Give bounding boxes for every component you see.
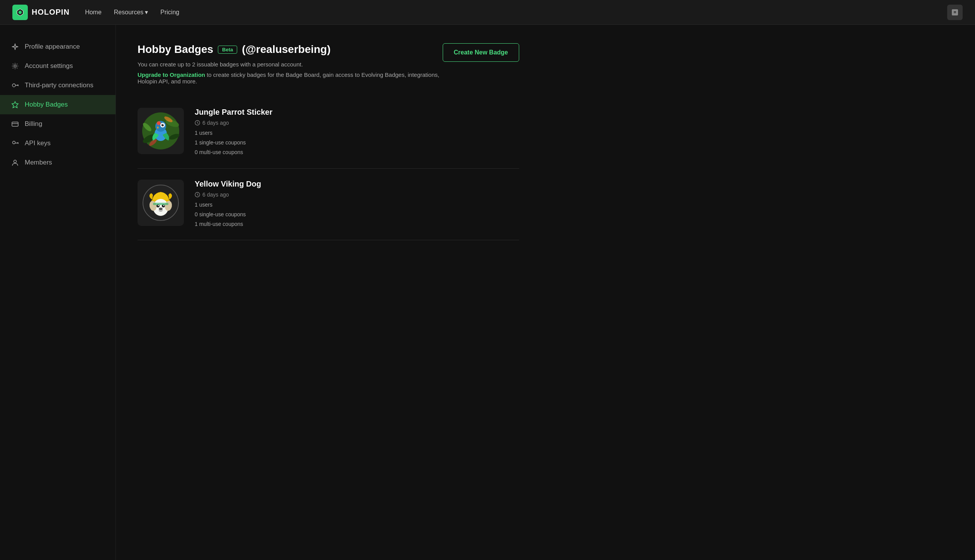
sidebar-item-billing[interactable]: Billing	[0, 114, 116, 134]
gear-icon	[11, 62, 19, 70]
badge-multi-use-parrot: 0 multi-use coupons	[195, 148, 519, 157]
svg-rect-6	[12, 122, 18, 126]
person-icon	[11, 158, 19, 167]
beta-badge: Beta	[218, 46, 237, 54]
sidebar-label-api-keys: API keys	[25, 139, 51, 147]
badge-info-parrot: Jungle Parrot Sticker 6 days ago 1 users…	[195, 108, 519, 158]
badge-users-dog: 1 users	[195, 200, 519, 210]
badge-image-dog-wrapper	[138, 180, 184, 226]
badge-card-jungle-parrot: Jungle Parrot Sticker 6 days ago 1 users…	[138, 97, 519, 169]
badge-single-use-parrot: 1 single-use coupons	[195, 138, 519, 148]
navigation: HOLOPIN Home Resources ▾ Pricing	[0, 0, 975, 25]
sparkle-icon	[11, 42, 19, 51]
sidebar-label-third-party: Third-party connections	[25, 81, 93, 89]
badge-name-parrot: Jungle Parrot Sticker	[195, 108, 519, 117]
page-title-row: Hobby Badges Beta (@realuserbeing)	[138, 43, 443, 56]
badge-single-use-dog: 0 single-use coupons	[195, 210, 519, 219]
sidebar-item-account-settings[interactable]: Account settings	[0, 56, 116, 76]
nav-links: Home Resources ▾ Pricing	[85, 8, 179, 16]
nav-pricing-link[interactable]: Pricing	[160, 9, 179, 15]
badge-meta-dog: 6 days ago	[195, 192, 519, 198]
logo-text: HOLOPIN	[32, 8, 70, 17]
logo-link[interactable]: HOLOPIN	[12, 5, 70, 20]
svg-rect-0	[952, 9, 958, 15]
sidebar-item-members[interactable]: Members	[0, 153, 116, 172]
nav-home-link[interactable]: Home	[85, 9, 102, 15]
badge-icon	[11, 100, 19, 109]
sidebar-label-billing: Billing	[25, 120, 42, 128]
sidebar-item-profile-appearance[interactable]: Profile appearance	[0, 37, 116, 56]
badge-time-parrot: 6 days ago	[202, 120, 229, 126]
dog-badge-image	[141, 183, 180, 222]
nav-avatar[interactable]	[947, 5, 963, 20]
svg-rect-35	[153, 203, 168, 205]
badges-list: Jungle Parrot Sticker 6 days ago 1 users…	[138, 97, 519, 240]
sidebar-label-hobby-badges: Hobby Badges	[25, 101, 68, 109]
page-title: Hobby Badges	[138, 43, 213, 56]
sidebar-item-third-party-connections[interactable]: Third-party connections	[0, 76, 116, 95]
card-icon	[11, 120, 19, 128]
badge-name-dog: Yellow Viking Dog	[195, 180, 519, 188]
badge-stats-dog: 1 users 0 single-use coupons 1 multi-use…	[195, 200, 519, 229]
svg-point-21	[163, 124, 163, 125]
page-header-left: Hobby Badges Beta (@realuserbeing) You c…	[138, 43, 443, 85]
sidebar-label-profile-appearance: Profile appearance	[25, 43, 80, 51]
badge-multi-use-dog: 1 multi-use coupons	[195, 219, 519, 229]
svg-point-20	[161, 124, 164, 126]
key2-icon	[11, 139, 19, 148]
sidebar-item-hobby-badges[interactable]: Hobby Badges	[0, 95, 116, 114]
badge-time-dog: 6 days ago	[202, 192, 229, 198]
badge-card-viking-dog: Yellow Viking Dog 6 days ago 1 users 0 s…	[138, 169, 519, 241]
svg-marker-5	[12, 102, 18, 108]
logo-icon	[12, 5, 28, 20]
parrot-badge-image	[141, 112, 180, 150]
clock-icon-parrot	[195, 120, 200, 126]
svg-point-8	[14, 160, 17, 163]
subtitle-text: You can create up to 2 issuable badges w…	[138, 61, 443, 68]
upgrade-info: Upgrade to Organization to create sticky…	[138, 71, 443, 85]
svg-point-7	[13, 141, 15, 144]
badge-users-parrot: 1 users	[195, 128, 519, 138]
page-header: Hobby Badges Beta (@realuserbeing) You c…	[138, 43, 519, 85]
page-wrapper: Profile appearance Account settings Thir…	[0, 0, 975, 560]
svg-point-4	[12, 84, 15, 87]
username-display: (@realuserbeing)	[242, 43, 331, 56]
sidebar: Profile appearance Account settings Thir…	[0, 25, 116, 560]
clock-icon-dog	[195, 192, 200, 197]
key-icon	[11, 81, 19, 90]
nav-resources-link[interactable]: Resources ▾	[114, 8, 148, 16]
svg-point-22	[157, 121, 161, 125]
svg-point-34	[159, 207, 163, 210]
svg-point-3	[14, 65, 16, 67]
sidebar-label-account-settings: Account settings	[25, 62, 73, 70]
chevron-down-icon: ▾	[145, 8, 148, 16]
badge-meta-parrot: 6 days ago	[195, 120, 519, 126]
create-new-badge-button[interactable]: Create New Badge	[443, 43, 520, 62]
upgrade-link[interactable]: Upgrade to Organization	[138, 71, 205, 78]
badge-stats-parrot: 1 users 1 single-use coupons 0 multi-use…	[195, 128, 519, 158]
sidebar-item-api-keys[interactable]: API keys	[0, 134, 116, 153]
sidebar-label-members: Members	[25, 159, 52, 166]
badge-info-dog: Yellow Viking Dog 6 days ago 1 users 0 s…	[195, 180, 519, 229]
main-content: Hobby Badges Beta (@realuserbeing) You c…	[116, 25, 541, 560]
badge-image-parrot-wrapper	[138, 108, 184, 154]
